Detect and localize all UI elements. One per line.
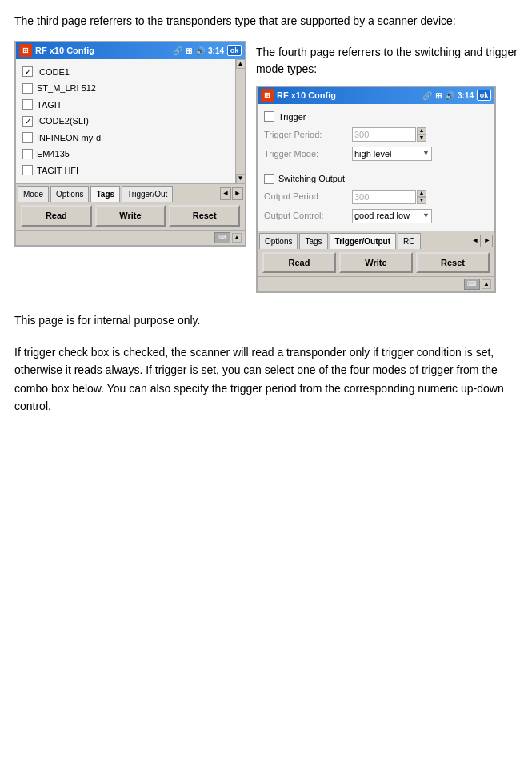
trigger-mode-arrow-icon: ▼ — [422, 148, 430, 159]
tab2-arrow-right[interactable]: ► — [482, 235, 493, 247]
list-item[interactable]: TAGIT HFI — [22, 163, 229, 179]
output-control-arrow-icon: ▼ — [422, 211, 430, 222]
tab2-rc[interactable]: RC — [398, 233, 420, 249]
tab2-trigger-output[interactable]: Trigger/Output — [330, 233, 396, 249]
right-block: The fourth page referrers to the switchi… — [256, 41, 518, 293]
dialog2-titlebar-left: ⊞ RF x10 Config — [261, 89, 336, 102]
titlebar-network-icon: ⊞ — [186, 45, 192, 57]
scroll-up-button[interactable]: ▲ — [236, 59, 246, 69]
tab-arrow-left[interactable]: ◄ — [220, 187, 231, 200]
icode1-label: ICODE1 — [37, 66, 70, 79]
dialog1-scrollbar[interactable]: ▲ ▼ — [235, 59, 245, 184]
dialog1-screenshot: ⊞ RF x10 Config 🔗 ⊞ 🔊 3:14 ok — [14, 41, 246, 247]
screenshots-row: ⊞ RF x10 Config 🔗 ⊞ 🔊 3:14 ok — [14, 41, 518, 293]
output-period-row: Output Period: ▲ ▼ — [264, 187, 488, 207]
caption-text: The fourth page referrers to the switchi… — [256, 44, 518, 78]
dialog1-body: ICODE1 ST_M_LRI 512 TAGIT ICODE2(SL — [16, 59, 245, 184]
infineon-checkbox[interactable] — [22, 132, 33, 143]
dialog2-title: RF x10 Config — [277, 89, 336, 102]
dialog2-buttons: Read Write Reset — [258, 249, 494, 277]
tab-options[interactable]: Options — [50, 186, 89, 202]
st-m-lri-checkbox[interactable] — [22, 83, 33, 94]
switching-row[interactable]: Switching Output — [264, 171, 488, 187]
trigger-mode-value: high level — [354, 147, 391, 161]
dialog2-signal-icon: 🔗 — [422, 90, 432, 102]
internal-text: This page is for internal purpose only. — [14, 312, 518, 329]
reset-button[interactable]: Reset — [169, 205, 240, 227]
dialog2-tabbar: Options Tags Trigger/Output RC ◄ ► — [258, 231, 494, 249]
dialog1-title: RF x10 Config — [35, 44, 94, 58]
trigger-mode-select[interactable]: high level ▼ — [352, 147, 432, 161]
trigger-period-label: Trigger Period: — [264, 128, 352, 142]
trigger-label: Trigger — [278, 110, 306, 124]
dialog2-windows-logo-icon: ⊞ — [261, 89, 274, 102]
list-item[interactable]: TAGIT — [22, 97, 229, 114]
keyboard-icon: ⌨ — [214, 232, 230, 243]
dialog2-footer-scroll[interactable]: ▲ — [482, 279, 491, 289]
dialog1: ⊞ RF x10 Config 🔗 ⊞ 🔊 3:14 ok — [14, 41, 246, 247]
trigger-period-down-button[interactable]: ▼ — [417, 135, 426, 142]
read-button[interactable]: Read — [21, 205, 92, 227]
output-period-down-button[interactable]: ▼ — [417, 197, 426, 204]
tab-scroll-arrows: ◄ ► — [220, 187, 243, 200]
output-control-value: good read low — [354, 209, 410, 223]
dialog1-items: ICODE1 ST_M_LRI 512 TAGIT ICODE2(SL — [16, 59, 235, 184]
trigger-desc-text: If trigger check box is checked, the sca… — [14, 343, 518, 416]
switching-checkbox[interactable] — [264, 174, 274, 184]
dialog2-read-button[interactable]: Read — [262, 252, 336, 274]
trigger-period-row: Trigger Period: ▲ ▼ — [264, 125, 488, 144]
dialog2-ok-button[interactable]: ok — [477, 90, 491, 101]
output-control-label: Output Control: — [264, 209, 352, 223]
trigger-checkbox[interactable] — [264, 111, 274, 122]
tab2-tags[interactable]: Tags — [299, 233, 327, 249]
intro-text: The third page referrers to the transpon… — [14, 13, 518, 30]
list-item[interactable]: EM4135 — [22, 146, 229, 163]
dialog2-keyboard-icon: ⌨ — [464, 279, 480, 290]
dialog1-buttons: Read Write Reset — [16, 202, 245, 230]
st-m-lri-label: ST_M_LRI 512 — [37, 82, 96, 95]
output-period-spinner: ▲ ▼ — [417, 190, 426, 204]
tagit-hfi-checkbox[interactable] — [22, 165, 33, 175]
dialog1-content: ICODE1 ST_M_LRI 512 TAGIT ICODE2(SL — [16, 59, 235, 184]
icode1-checkbox[interactable] — [22, 66, 33, 77]
tagit-checkbox[interactable] — [22, 99, 33, 110]
output-period-input[interactable] — [352, 190, 416, 204]
trigger-period-input-wrap: ▲ ▼ — [352, 127, 488, 142]
em4135-checkbox[interactable] — [22, 149, 33, 159]
write-button[interactable]: Write — [95, 205, 166, 227]
tab-mode[interactable]: Mode — [18, 186, 49, 202]
switching-label: Switching Output — [278, 172, 345, 186]
list-item[interactable]: ICODE2(SLI) — [22, 113, 229, 130]
tab-trigger-out[interactable]: Trigger/Out — [122, 186, 173, 202]
dialog2-footer: ⌨ ▲ — [258, 276, 494, 291]
tab-tags[interactable]: Tags — [90, 186, 120, 202]
icode2-checkbox[interactable] — [22, 116, 33, 127]
titlebar-ok-button[interactable]: ok — [227, 45, 242, 56]
dialog2-write-button[interactable]: Write — [339, 252, 413, 274]
dialog2-volume-icon: 🔊 — [445, 90, 454, 102]
trigger-period-spinner: ▲ ▼ — [417, 127, 426, 142]
tab-arrow-right[interactable]: ► — [232, 187, 243, 200]
trigger-mode-label: Trigger Mode: — [264, 147, 352, 161]
dialog2-network-icon: ⊞ — [435, 90, 442, 102]
output-control-row: Output Control: good read low ▼ — [264, 207, 488, 226]
trigger-period-input[interactable] — [352, 127, 416, 142]
list-item[interactable]: ST_M_LRI 512 — [22, 80, 229, 97]
scroll-down-button[interactable]: ▼ — [236, 174, 246, 183]
dialog2-time: 3:14 — [458, 90, 474, 102]
footer-scroll[interactable]: ▲ — [232, 233, 242, 243]
tab2-arrow-left[interactable]: ◄ — [470, 235, 481, 247]
dialog2-titlebar-icons: 🔗 ⊞ 🔊 3:14 ok — [422, 90, 491, 102]
trigger-row[interactable]: Trigger — [264, 109, 488, 126]
titlebar-time: 3:14 — [208, 45, 224, 57]
trigger-mode-row: Trigger Mode: high level ▼ — [264, 144, 488, 163]
tab2-options[interactable]: Options — [259, 233, 298, 249]
titlebar-icons: 🔗 ⊞ 🔊 3:14 ok — [173, 45, 242, 57]
list-item[interactable]: INFINEON my-d — [22, 130, 229, 147]
windows-logo-icon: ⊞ — [19, 44, 32, 57]
em4135-label: EM4135 — [37, 147, 70, 161]
tagit-hfi-label: TAGIT HFI — [37, 164, 78, 178]
dialog2-reset-button[interactable]: Reset — [416, 252, 490, 274]
output-control-select[interactable]: good read low ▼ — [352, 209, 432, 223]
list-item[interactable]: ICODE1 — [22, 64, 229, 81]
